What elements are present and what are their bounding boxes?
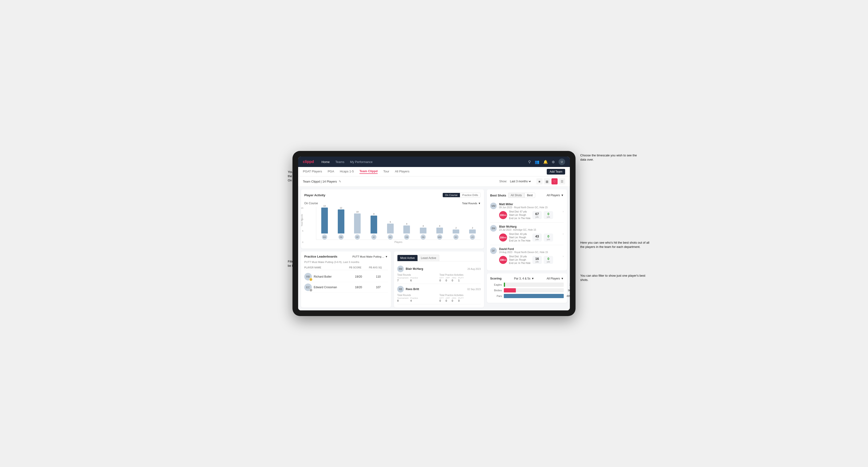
- edit-icon[interactable]: ✎: [339, 180, 341, 183]
- pac-date-2: 02 Sep 2023: [467, 288, 481, 290]
- bar-value-label: 3: [439, 225, 440, 227]
- birdies-bar-fill: [504, 288, 516, 292]
- view-icon-list[interactable]: ☰: [559, 178, 565, 184]
- bell-icon[interactable]: 🔔: [543, 160, 548, 164]
- bottom-grid: Practice Leaderboards PUTT Must Make Put…: [301, 251, 484, 308]
- tab-tour[interactable]: Tour: [383, 169, 389, 174]
- lb-col-pb-score: PB SCORE: [349, 266, 368, 269]
- bar-fill[interactable]: [387, 224, 394, 234]
- bar-fill[interactable]: [371, 216, 377, 234]
- bar-fill[interactable]: [453, 229, 459, 234]
- tab-least-active[interactable]: Least Active: [418, 255, 439, 261]
- avatar[interactable]: U: [559, 158, 565, 165]
- search-icon[interactable]: ⚲: [528, 160, 531, 164]
- chevron-down-icon: ▼: [385, 255, 388, 258]
- team-name: Team Clippd | 14 Players: [303, 180, 337, 183]
- pac-header-1: BM Blair McHarg 26 Aug 2023: [397, 266, 481, 272]
- bar-avatar: RB: [421, 235, 426, 240]
- lb-row[interactable]: EC 2 Edward Crossman 18/20 107: [304, 282, 388, 293]
- scoring-header: Scoring Par 3, 4 & 5s ▼ All Players ▼: [490, 277, 564, 280]
- pac-avatar-1: BM: [397, 266, 404, 272]
- shot-stat-remain-2: 0 yds: [544, 234, 553, 242]
- pars-label: Pars: [490, 294, 502, 298]
- shot-entry-2[interactable]: BM Blair McHarg 23 Jul 2023 · Ashridge G…: [490, 223, 564, 245]
- bar-avatar: EE: [388, 235, 393, 240]
- nav-link-my-performance[interactable]: My Performance: [350, 160, 372, 164]
- activity-entry-2[interactable]: RB Rees Britt 02 Sep 2023 Total Rounds: [397, 284, 481, 304]
- tab-pga[interactable]: PGA: [328, 169, 334, 174]
- pac-rounds-label-2: Total Rounds: [397, 294, 438, 297]
- lb-player-name-1: Richard Butler: [314, 275, 332, 278]
- tab-team-clippd[interactable]: Team Clippd: [360, 169, 378, 174]
- bar-group: 10DF: [350, 211, 365, 240]
- activity-entry-1[interactable]: BM Blair McHarg 26 Aug 2023 Total Rounds: [397, 264, 481, 284]
- pac-practice-val-1: 6: [410, 279, 418, 282]
- tab-all-shots[interactable]: All Shots: [508, 193, 524, 198]
- bar-fill[interactable]: [420, 228, 427, 234]
- shots-filter-label: All Players: [547, 194, 560, 197]
- shot-details-1: 200SG Shot Dist: 67 yds Start Lie: Rough…: [499, 210, 560, 220]
- bar-group: 3MM: [432, 225, 447, 240]
- lb-col-player-name: PLAYER NAME: [304, 266, 348, 269]
- rank-badge-1: 1: [309, 278, 312, 281]
- scoring-par-filter[interactable]: Par 3, 4 & 5s ▼: [514, 277, 534, 280]
- nav-link-home[interactable]: Home: [321, 160, 330, 164]
- scoring-title: Scoring: [490, 277, 501, 280]
- tab-all-players[interactable]: All Players: [395, 169, 409, 174]
- bar-fill[interactable]: [436, 228, 443, 234]
- tab-best-shots[interactable]: Best: [524, 193, 535, 198]
- pac-name-2: Rees Britt: [406, 287, 465, 291]
- pac-stats-1: Total Rounds Tournament 7 Practice: [397, 274, 481, 282]
- bar-fill[interactable]: [403, 225, 410, 234]
- shot-text-2: Shot Dist: 43 yds Start Lie: Rough End L…: [509, 232, 530, 243]
- people-icon[interactable]: 👥: [535, 160, 539, 164]
- pac-header-2: RB Rees Britt 02 Sep 2023: [397, 286, 481, 292]
- tab-most-active[interactable]: Most Active: [397, 255, 418, 261]
- show-select[interactable]: Last 3 months Last month Last 6 months L…: [509, 180, 532, 183]
- plus-circle-icon[interactable]: ⊕: [552, 160, 555, 164]
- shot-badge-2: 200SG: [499, 234, 507, 242]
- tab-hcaps[interactable]: Hcaps 1-5: [340, 169, 354, 174]
- chevron-right-icon: ›: [563, 210, 564, 213]
- y-tick: 10: [299, 218, 303, 220]
- shot-entry-3[interactable]: DF David Ford 24 Aug 2023 · Royal North …: [490, 245, 564, 267]
- leaderboard-dropdown-label: PUTT Must Make Putting ...: [352, 255, 384, 258]
- shots-tab-pills: All Shots Best: [508, 193, 535, 198]
- shots-player-filter[interactable]: All Players ▼: [547, 194, 564, 197]
- nav-link-teams[interactable]: Teams: [335, 160, 344, 164]
- shot-location-1: 09 Jun 2023 · Royal North Devon GC, Hole…: [499, 206, 560, 209]
- chevron-down-icon: ▼: [561, 194, 564, 197]
- eagles-value: 3: [569, 283, 570, 286]
- scoring-card: Scoring Par 3, 4 & 5s ▼ All Players ▼: [487, 273, 567, 303]
- lb-col-pb-avg: PB AVG SQ: [369, 266, 388, 269]
- annotation-bottom-right2: You can also filter to show just one pla…: [580, 274, 651, 282]
- leaderboard-header: Practice Leaderboards PUTT Must Make Put…: [304, 255, 388, 258]
- birdies-label: Birdies: [490, 289, 502, 292]
- bar-value-label: 10: [356, 211, 359, 213]
- team-header: Team Clippd | 14 Players ✎ Show: Last 3 …: [298, 177, 570, 187]
- leaderboard-dropdown[interactable]: PUTT Must Make Putting ... ▼: [352, 255, 388, 258]
- bar-fill[interactable]: [469, 229, 476, 234]
- scoring-player-filter[interactable]: All Players ▼: [547, 277, 564, 280]
- view-icon-grid6[interactable]: ▦: [544, 178, 550, 184]
- bar-group: 12RB: [334, 207, 348, 240]
- bar-fill[interactable]: [354, 214, 361, 234]
- shot-stat-remain-3: 0 yds: [544, 256, 553, 264]
- lb-row[interactable]: RB 1 Richard Butler 19/20 110: [304, 272, 388, 282]
- tab-pgat-players[interactable]: PGAT Players: [303, 169, 322, 174]
- view-icon-heart[interactable]: ♡: [552, 178, 558, 184]
- lb-score-2: 18/20: [349, 286, 368, 289]
- view-icon-grid4[interactable]: ■: [536, 178, 542, 184]
- lb-avatar-2: EC 2: [304, 283, 312, 291]
- bar-fill[interactable]: [338, 210, 344, 234]
- page-wrapper: You can select which player is doing the…: [292, 151, 576, 316]
- pac-practice-activities-2: Total Practice Activities GTT0 APP0 ARG0…: [439, 294, 481, 302]
- shot-entry-1[interactable]: MM Matt Miller 09 Jun 2023 · Royal North…: [490, 200, 564, 223]
- chart-filter-dropdown[interactable]: Total Rounds ▼: [462, 202, 481, 205]
- bar-fill[interactable]: [321, 208, 328, 234]
- pars-bar-fill: [504, 294, 564, 298]
- toggle-practice-drills[interactable]: Practice Drills: [460, 193, 480, 197]
- toggle-on-course[interactable]: On Course: [443, 193, 460, 197]
- pac-practice-act-label: Total Practice Activities: [439, 274, 481, 276]
- add-team-button[interactable]: Add Team: [547, 169, 565, 175]
